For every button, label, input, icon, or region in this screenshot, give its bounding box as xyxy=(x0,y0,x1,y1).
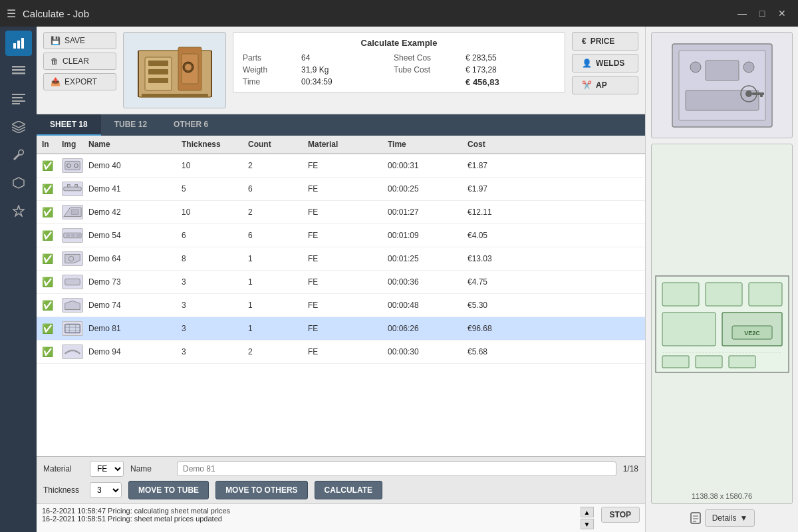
tab-bar: SHEET 18 TUBE 12 OTHER 6 xyxy=(37,114,645,136)
calculate-button[interactable]: CALCULATE xyxy=(315,481,382,499)
table-row[interactable]: ✅ Demo 41 5 6 FE 00:00:25 €1.97 xyxy=(37,178,645,201)
right-panel: VE2C 1138.38 x 1580.76 Details ▼ xyxy=(645,27,798,532)
stop-button[interactable]: STOP xyxy=(601,507,640,523)
row-name: Demo 40 xyxy=(83,160,176,172)
chevron-down-icon: ▼ xyxy=(739,513,747,523)
svg-point-47 xyxy=(743,62,754,72)
row-name: Demo 54 xyxy=(83,229,176,241)
thickness-select[interactable]: 3 5 6 8 10 xyxy=(90,482,122,498)
tab-other[interactable]: OTHER 6 xyxy=(160,114,221,136)
svg-rect-55 xyxy=(662,283,699,306)
table-row[interactable]: ✅ Demo 94 3 2 FE 00:00:30 €5.68 xyxy=(37,340,645,364)
close-button[interactable]: ✕ xyxy=(773,4,791,23)
col-name: Name xyxy=(83,140,176,149)
top-panel: 💾 SAVE 🗑 CLEAR 📤 EXPORT xyxy=(37,27,645,114)
sidebar-item-chart[interactable] xyxy=(5,31,32,56)
table-header: In Img Name Thickness Count Material Tim… xyxy=(37,136,645,154)
sidebar xyxy=(0,27,37,532)
details-button[interactable]: Details ▼ xyxy=(705,509,755,527)
sidebar-item-plug[interactable] xyxy=(5,170,32,196)
maximize-button[interactable]: □ xyxy=(753,4,771,23)
table-row[interactable]: ✅ Demo 64 8 1 FE 00:01:25 €13.03 xyxy=(37,247,645,271)
check-icon: ✅ xyxy=(42,323,53,334)
check-icon: ✅ xyxy=(42,253,53,264)
row-spacer xyxy=(529,327,542,330)
row-thickness: 3 xyxy=(176,346,243,358)
table-row[interactable]: ✅ Demo 74 3 1 FE 00:00:48 €5.30 xyxy=(37,294,645,317)
table-row[interactable]: ✅ Demo 54 6 6 FE 00:01:09 €4.05 xyxy=(37,224,645,247)
svg-rect-1 xyxy=(17,41,20,49)
parts-label: Parts xyxy=(243,53,296,63)
ap-button[interactable]: ✂️ AP xyxy=(572,76,638,94)
check-icon: ✅ xyxy=(42,230,53,241)
part-preview-2: VE2C 1138.38 x 1580.76 xyxy=(651,144,793,504)
minimize-button[interactable]: — xyxy=(733,4,751,23)
material-select[interactable]: FE AL SS xyxy=(90,461,124,477)
svg-rect-6 xyxy=(12,94,25,95)
tab-sheet[interactable]: SHEET 18 xyxy=(37,114,101,136)
row-count: 1 xyxy=(243,253,303,265)
table-row[interactable]: ✅ Demo 73 3 1 FE 00:00:36 €4.75 xyxy=(37,271,645,294)
job-preview-image xyxy=(123,32,226,108)
row-cost: €5.68 xyxy=(462,346,529,358)
price-button[interactable]: € PRICE xyxy=(572,32,638,51)
welds-button[interactable]: 👤 WELDS xyxy=(572,54,638,72)
export-button[interactable]: 📤 EXPORT xyxy=(43,73,116,90)
clear-button[interactable]: 🗑 CLEAR xyxy=(43,53,116,70)
row-spacer xyxy=(529,257,542,260)
svg-rect-65 xyxy=(729,356,755,368)
sidebar-item-list[interactable] xyxy=(5,59,32,84)
part-thumbnail xyxy=(62,344,83,359)
svg-point-46 xyxy=(690,62,701,72)
row-name: Demo 73 xyxy=(83,276,176,288)
log-scroll-down-button[interactable]: ▼ xyxy=(581,519,594,529)
row-cost: €96.68 xyxy=(462,323,529,334)
check-icon: ✅ xyxy=(42,184,53,194)
row-thickness: 3 xyxy=(176,323,243,334)
table-row[interactable]: ✅ Demo 81 3 1 FE 00:06:26 €96.68 xyxy=(37,317,645,340)
log-lines: 16-2-2021 10:58:47 Pricing: calculating … xyxy=(42,507,577,523)
svg-rect-4 xyxy=(12,69,25,71)
table-body: ✅ Demo 40 10 2 FE 00:00:31 €1.87 ✅ Demo … xyxy=(37,154,645,456)
name-input[interactable] xyxy=(177,462,616,476)
sidebar-item-layers[interactable] xyxy=(5,114,32,140)
row-cost: €12.11 xyxy=(462,206,529,218)
sidebar-item-text[interactable] xyxy=(5,86,32,112)
save-button[interactable]: 💾 SAVE xyxy=(43,32,116,49)
sidebar-item-star[interactable] xyxy=(5,198,32,223)
tab-tube[interactable]: TUBE 12 xyxy=(101,114,160,136)
row-spacer xyxy=(529,350,542,353)
job-stats: Parts 64 Sheet Cos € 283,55 Weigth 31,9 … xyxy=(243,53,555,87)
row-time: 00:01:09 xyxy=(382,229,462,241)
row-spacer xyxy=(529,188,542,190)
row-img xyxy=(57,250,83,267)
col-scroll xyxy=(529,140,542,149)
ap-icon: ✂️ xyxy=(582,80,592,90)
chart-icon xyxy=(12,37,25,50)
row-name: Demo 94 xyxy=(83,346,176,358)
svg-rect-66 xyxy=(691,513,700,523)
row-img xyxy=(57,157,83,174)
table-row[interactable]: ✅ Demo 42 10 2 FE 00:01:27 €12.11 xyxy=(37,201,645,224)
sheet-icon xyxy=(689,511,702,525)
sidebar-item-wrench[interactable] xyxy=(5,142,32,168)
menu-icon[interactable]: ☰ xyxy=(7,7,16,20)
part-thumbnail xyxy=(62,228,83,243)
move-to-others-button[interactable]: MOVE TO OTHERS xyxy=(215,481,307,499)
row-time: 00:00:30 xyxy=(382,346,462,358)
row-thickness: 8 xyxy=(176,253,243,265)
row-check: ✅ xyxy=(37,299,57,312)
move-to-tube-button[interactable]: MOVE TO TUBE xyxy=(128,481,209,499)
row-thickness: 3 xyxy=(176,276,243,288)
row-time: 00:06:26 xyxy=(382,323,462,334)
row-material: FE xyxy=(303,299,382,311)
welds-icon: 👤 xyxy=(582,59,592,68)
svg-rect-39 xyxy=(65,324,80,332)
log-scroll-up-button[interactable]: ▲ xyxy=(581,507,594,517)
tube-cost-value: € 173,28 xyxy=(466,65,555,74)
svg-marker-11 xyxy=(13,178,24,188)
table-row[interactable]: ✅ Demo 40 10 2 FE 00:00:31 €1.87 xyxy=(37,154,645,178)
euro-icon: € xyxy=(582,37,587,46)
row-img xyxy=(57,180,83,198)
row-thickness: 5 xyxy=(176,183,243,195)
